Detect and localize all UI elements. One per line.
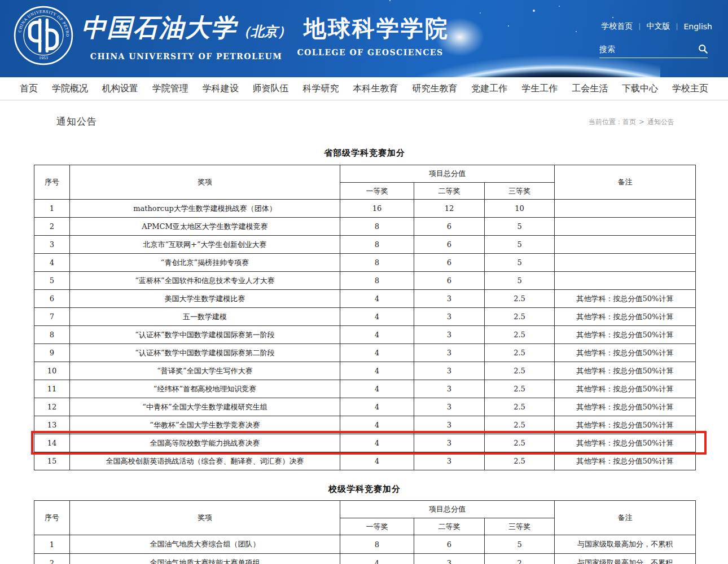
cell-first-prize: 8 <box>340 535 414 554</box>
cell-second-prize: 6 <box>414 218 485 236</box>
cell-third-prize: 5 <box>485 236 555 254</box>
cell-second-prize: 12 <box>414 200 485 218</box>
cell-first-prize: 4 <box>340 362 414 380</box>
cell-award: “蓝桥杯”全国软件和信息技术专业人才大赛 <box>70 272 340 290</box>
cell-first-prize: 4 <box>340 326 414 344</box>
tables-wrap: 省部级学科竞赛加分 序号 奖项 项目总分值 备注 一等奖 二等奖 三等奖 1ma… <box>34 148 695 564</box>
cell-first-prize: 4 <box>340 398 414 416</box>
cell-seq: 10 <box>34 362 70 380</box>
header-link-3[interactable]: English <box>683 22 712 31</box>
cell-seq: 14 <box>34 434 70 452</box>
cell-remark: 其他学科：按总分值50%计算 <box>555 416 696 434</box>
cell-second-prize: 3 <box>414 344 485 362</box>
cell-second-prize: 3 <box>414 434 485 452</box>
cell-second-prize: 3 <box>414 290 485 308</box>
site-header: CHINA UNIVERSITY OF PETROLEUM 1953 中国石油大… <box>0 0 728 77</box>
table-row: 9“认证杯”数学中国数学建模国际赛第二阶段432.5其他学科：按总分值50%计算 <box>34 344 696 362</box>
header-utilities: 学校首页|中文版|English <box>599 21 712 58</box>
page-head: 通知公告 当前位置：首页>通知公告 <box>0 100 728 146</box>
table-row: 4“青创北京”揭榜挂帅专项赛865 <box>34 254 696 272</box>
table-row: 10“普译奖”全国大学生写作大赛432.5其他学科：按总分值50%计算 <box>34 362 696 380</box>
cell-seq: 5 <box>34 272 70 290</box>
cell-remark <box>555 200 696 218</box>
nav-item-10[interactable]: 党建工作 <box>471 83 507 95</box>
cell-award: “经纬杯”首都高校地理知识竞赛 <box>70 380 340 398</box>
search-input[interactable] <box>599 45 690 54</box>
cell-third-prize: 2.5 <box>485 380 555 398</box>
header-link-1[interactable]: 学校首页 <box>601 21 633 32</box>
nav-item-9[interactable]: 研究生教育 <box>412 83 457 95</box>
nav-item-13[interactable]: 下载中心 <box>622 83 658 95</box>
university-seal-logo: CHINA UNIVERSITY OF PETROLEUM 1953 <box>14 6 73 65</box>
nav-item-7[interactable]: 科学研究 <box>303 83 339 95</box>
header-link-2[interactable]: 中文版 <box>646 21 670 32</box>
col-header-third-prize: 三等奖 <box>485 183 555 200</box>
breadcrumb-current-link[interactable]: 通知公告 <box>647 118 674 126</box>
col-header-first-prize: 一等奖 <box>340 183 414 200</box>
link-separator: | <box>676 23 678 30</box>
cell-remark <box>555 254 696 272</box>
link-separator: | <box>638 23 641 30</box>
cell-remark: 与国家级取最高加分，不累积 <box>555 535 696 554</box>
cell-remark <box>555 272 696 290</box>
college-name-cn: 地球科学学院 <box>304 12 449 45</box>
nav-item-2[interactable]: 学院概况 <box>52 83 88 95</box>
cell-third-prize: 2.5 <box>485 416 555 434</box>
cell-award: “认证杯”数学中国数学建模国际赛第一阶段 <box>70 326 340 344</box>
nav-item-3[interactable]: 机构设置 <box>102 83 138 95</box>
main-nav: 首页学院概况机构设置学院管理学科建设师资队伍科学研究本科生教育研究生教育党建工作… <box>0 77 728 100</box>
header-brand: CHINA UNIVERSITY OF PETROLEUM 1953 中国石油大… <box>14 6 449 65</box>
cell-first-prize: 8 <box>340 272 414 290</box>
cell-award: 北京市“互联网+”大学生创新创业大赛 <box>70 236 340 254</box>
cell-first-prize: 4 <box>340 344 414 362</box>
nav-item-6[interactable]: 师资队伍 <box>253 83 289 95</box>
school-table-title: 校级学科竞赛加分 <box>34 484 695 495</box>
breadcrumb-label: 当前位置： <box>589 118 622 126</box>
nav-item-1[interactable]: 首页 <box>20 83 38 95</box>
cell-remark: 其他学科：按总分值50%计算 <box>555 380 696 398</box>
cell-first-prize: 4 <box>340 380 414 398</box>
breadcrumb-home-link[interactable]: 首页 <box>622 118 636 126</box>
cell-seq: 13 <box>34 416 70 434</box>
search-box[interactable] <box>599 44 708 58</box>
table-row: 1mathorcup大学生数学建模挑战赛（团体）161210 <box>34 200 696 218</box>
col-header-third-prize: 三等奖 <box>485 518 555 535</box>
table-row: 14全国高等院校数学能力挑战赛决赛432.5其他学科：按总分值50%计算 <box>34 434 696 452</box>
nav-item-12[interactable]: 工会生活 <box>572 83 608 95</box>
cell-seq: 8 <box>34 326 70 344</box>
cell-seq: 6 <box>34 290 70 308</box>
svg-text:CHINA UNIVERSITY OF PETROLEUM: CHINA UNIVERSITY OF PETROLEUM <box>14 6 69 37</box>
table-row: 3北京市“互联网+”大学生创新创业大赛865 <box>34 236 696 254</box>
nav-item-11[interactable]: 学生工作 <box>521 83 558 95</box>
cell-seq: 7 <box>34 308 70 326</box>
cell-third-prize: 2.5 <box>485 452 555 470</box>
cell-seq: 15 <box>34 452 70 470</box>
search-icon[interactable] <box>698 44 708 54</box>
cell-second-prize: 6 <box>414 272 485 290</box>
nav-item-4[interactable]: 学院管理 <box>152 83 188 95</box>
cell-award: “华教杯”全国大学生数学竞赛决赛 <box>70 416 340 434</box>
cell-award: 美国大学生数学建模比赛 <box>70 290 340 308</box>
cell-third-prize: 2.5 <box>485 434 555 452</box>
col-header-award: 奖项 <box>70 501 340 535</box>
cell-second-prize: 3 <box>414 416 485 434</box>
table-row: 8“认证杯”数学中国数学建模国际赛第一阶段432.5其他学科：按总分值50%计算 <box>34 326 696 344</box>
cell-seq: 1 <box>34 535 70 554</box>
cell-first-prize: 4 <box>340 434 414 452</box>
cell-seq: 1 <box>34 200 70 218</box>
cell-seq: 4 <box>34 254 70 272</box>
table-row: 11“经纬杯”首都高校地理知识竞赛432.5其他学科：按总分值50%计算 <box>34 380 696 398</box>
cell-first-prize: 8 <box>340 218 414 236</box>
table-row: 2APMCM亚太地区大学生数学建模竞赛865 <box>34 218 696 236</box>
cell-remark: 其他学科：按总分值50%计算 <box>555 362 696 380</box>
table-row: 1全国油气地质大赛综合组（团队）865与国家级取最高加分，不累积 <box>34 535 696 554</box>
col-header-award: 奖项 <box>70 165 340 200</box>
nav-item-5[interactable]: 学科建设 <box>203 83 239 95</box>
nav-item-14[interactable]: 学校主页 <box>672 83 708 95</box>
cell-seq: 9 <box>34 344 70 362</box>
cell-first-prize: 8 <box>340 236 414 254</box>
college-title-block: 地球科学学院 COLLEGE OF GEOSCIENCES <box>291 11 449 57</box>
provincial-table-title: 省部级学科竞赛加分 <box>34 148 695 158</box>
col-header-group: 项目总分值 <box>340 501 555 518</box>
nav-item-8[interactable]: 本科生教育 <box>353 83 398 95</box>
